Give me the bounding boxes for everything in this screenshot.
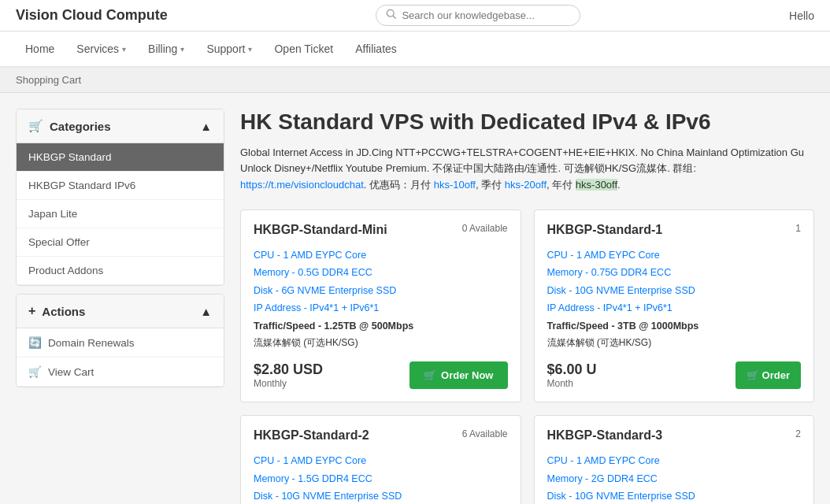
- search-box: [376, 5, 580, 26]
- main-container: 🛒 Categories ▲ HKBGP Standard HKBGP Stan…: [0, 93, 830, 504]
- content-area: HK Standard VPS with Dedicated IPv4 & IP…: [240, 109, 814, 504]
- product-name-1: HKBGP-Standard-1: [547, 223, 663, 237]
- sidebar-item-product-addons[interactable]: Product Addons: [17, 257, 224, 285]
- actions-collapse-icon: ▲: [200, 305, 212, 318]
- telegram-link[interactable]: https://t.me/visioncloudchat: [240, 179, 364, 191]
- order-btn-mini[interactable]: 🛒 Order Now: [409, 361, 507, 389]
- nav-support[interactable]: Support ▾: [197, 32, 261, 66]
- product-price-1: $6.00 U: [547, 361, 597, 378]
- product-name-mini: HKBGP-Standard-Mini: [254, 223, 387, 237]
- hello-text: Hello: [789, 9, 814, 22]
- product-card-3: HKBGP-Standard-3 2 CPU - 1 AMD EYPC Core…: [534, 415, 815, 504]
- sidebar-item-special-offer[interactable]: Special Offer: [17, 228, 224, 257]
- product-avail-3: 2: [795, 428, 801, 439]
- search-input[interactable]: [402, 9, 570, 21]
- product-specs-3: CPU - 1 AMD EYPC Core Memory - 2G DDR4 E…: [547, 452, 802, 504]
- nav-billing[interactable]: Billing ▾: [139, 32, 194, 66]
- page-description: Global Internet Access in JD.Cing NTT+PC…: [240, 145, 814, 194]
- categories-header[interactable]: 🛒 Categories ▲: [17, 109, 224, 143]
- product-specs-2: CPU - 1 AMD EYPC Core Memory - 1.5G DDR4…: [254, 452, 508, 504]
- product-period-mini: Monthly: [254, 378, 323, 389]
- categories-section: 🛒 Categories ▲ HKBGP Standard HKBGP Stan…: [16, 109, 224, 286]
- nav-services[interactable]: Services ▾: [67, 32, 135, 66]
- order-btn-1[interactable]: 🛒 Order: [736, 361, 801, 389]
- renew-icon: 🔄: [28, 336, 42, 349]
- sidebar-item-view-cart[interactable]: 🛒 View Cart: [17, 358, 224, 387]
- plus-icon: +: [28, 304, 35, 318]
- products-grid: HKBGP-Standard-Mini 0 Available CPU - 1 …: [240, 209, 814, 504]
- nav-home[interactable]: Home: [16, 32, 64, 66]
- breadcrumb: Shopping Cart: [0, 68, 830, 93]
- sidebar-item-domain-renewals[interactable]: 🔄 Domain Renewals: [17, 328, 224, 358]
- navbar: Home Services ▾ Billing ▾ Support ▾ Open…: [0, 32, 830, 68]
- product-period-1: Month: [547, 378, 597, 389]
- product-avail-1: 1: [795, 223, 801, 234]
- search-icon: [386, 9, 397, 22]
- cart-btn-icon-1: 🛒: [747, 369, 759, 381]
- product-specs-mini: CPU - 1 AMD EYPC Core Memory - 0.5G DDR4…: [254, 246, 508, 352]
- services-caret: ▾: [122, 45, 126, 54]
- product-avail-2: 6 Available: [462, 428, 508, 439]
- sidebar-item-hkbgp-standard-ipv6[interactable]: HKBGP Standard IPv6: [17, 172, 224, 200]
- collapse-icon: ▲: [200, 120, 212, 133]
- top-bar: Vision Cloud Compute Hello: [0, 0, 830, 32]
- nav-items: Home Services ▾ Billing ▾ Support ▾ Open…: [16, 32, 406, 66]
- cart-btn-icon-mini: 🛒: [424, 369, 436, 381]
- nav-affiliates[interactable]: Affiliates: [346, 32, 406, 66]
- product-name-3: HKBGP-Standard-3: [547, 428, 663, 443]
- support-caret: ▾: [248, 45, 252, 54]
- billing-caret: ▾: [180, 45, 184, 54]
- svg-line-1: [394, 16, 396, 18]
- product-card-2: HKBGP-Standard-2 6 Available CPU - 1 AMD…: [240, 415, 521, 504]
- actions-header[interactable]: + Actions ▲: [17, 295, 224, 328]
- product-card-1: HKBGP-Standard-1 1 CPU - 1 AMD EYPC Core…: [534, 209, 815, 402]
- sidebar: 🛒 Categories ▲ HKBGP Standard HKBGP Stan…: [16, 109, 224, 504]
- product-specs-1: CPU - 1 AMD EYPC Core Memory - 0.75G DDR…: [547, 246, 802, 352]
- page-title: HK Standard VPS with Dedicated IPv4 & IP…: [240, 109, 814, 135]
- sidebar-item-japan-lite[interactable]: Japan Lite: [17, 200, 224, 228]
- product-card-mini: HKBGP-Standard-Mini 0 Available CPU - 1 …: [240, 209, 521, 402]
- product-avail-mini: 0 Available: [462, 223, 508, 234]
- nav-open-ticket[interactable]: Open Ticket: [265, 32, 343, 66]
- actions-section: + Actions ▲ 🔄 Domain Renewals 🛒 View Car…: [16, 294, 224, 387]
- product-name-2: HKBGP-Standard-2: [254, 428, 369, 443]
- cart-icon: 🛒: [28, 365, 42, 378]
- sidebar-item-hkbgp-standard[interactable]: HKBGP Standard: [17, 143, 224, 172]
- logo: Vision Cloud Compute: [16, 7, 168, 24]
- product-price-mini: $2.80 USD: [254, 361, 323, 378]
- shopping-cart-icon: 🛒: [28, 119, 43, 133]
